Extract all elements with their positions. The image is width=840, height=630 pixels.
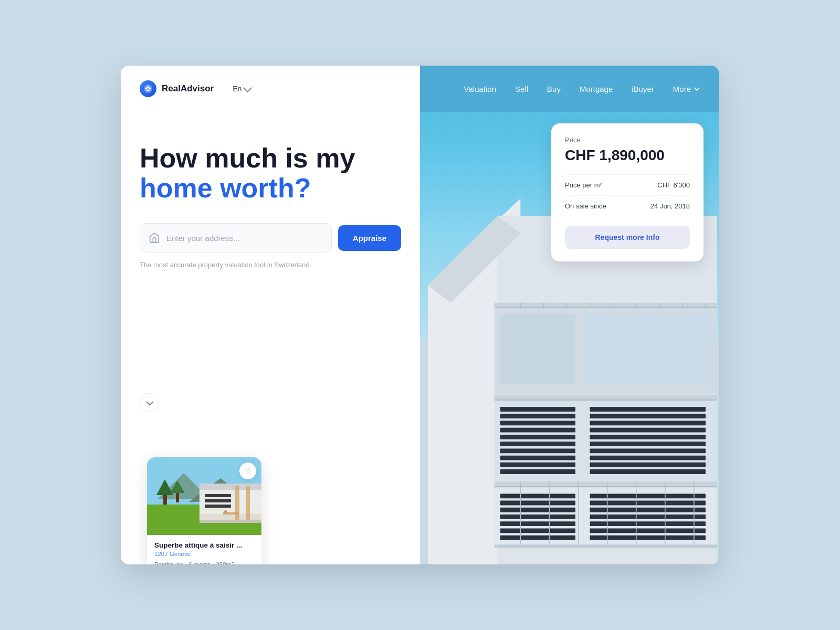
price-card: Price CHF 1,890,000 Price per m² CHF 6'3…: [551, 123, 704, 261]
nav-item-valuation[interactable]: Valuation: [464, 85, 496, 93]
svg-rect-6: [176, 493, 179, 502]
svg-rect-33: [500, 442, 575, 446]
property-card-body: Superbe attique à saisir ... 1207 Genève…: [147, 535, 261, 564]
svg-rect-17: [200, 520, 261, 523]
property-card[interactable]: ♡ Superbe attique à saisir ... 1207 Genè…: [147, 457, 261, 564]
logo-icon: [140, 80, 156, 97]
svg-rect-13: [205, 505, 231, 508]
svg-rect-11: [205, 494, 231, 497]
right-panel: Valuation Sell Buy Mortgage iBuyer More …: [420, 66, 719, 564]
heart-icon: ♡: [245, 467, 251, 475]
lang-chevron-icon: [243, 83, 252, 92]
svg-rect-22: [495, 482, 717, 487]
nav-more-chevron-icon: [694, 85, 700, 91]
svg-rect-35: [500, 456, 575, 460]
nav-item-ibuyer[interactable]: iBuyer: [632, 85, 654, 93]
svg-point-16: [224, 510, 227, 513]
svg-rect-28: [500, 407, 575, 412]
svg-rect-62: [584, 314, 711, 384]
svg-rect-29: [500, 414, 575, 418]
svg-rect-52: [500, 521, 575, 526]
svg-rect-40: [590, 421, 706, 426]
logo-text: RealAdvisor: [162, 83, 214, 94]
svg-rect-10: [200, 484, 261, 490]
nav-item-more[interactable]: More: [673, 85, 698, 93]
on-sale-label: On sale since: [565, 202, 606, 210]
price-row-on-sale: On sale since 24 Jun, 2018: [565, 195, 690, 216]
chevron-down-icon: [146, 398, 153, 406]
lang-selector[interactable]: En: [233, 85, 250, 93]
price-row-per-m2: Price per m² CHF 6'300: [565, 174, 690, 195]
price-per-m2-value: CHF 6'300: [657, 181, 690, 189]
svg-rect-18: [235, 486, 239, 520]
svg-rect-31: [500, 428, 575, 433]
hero-line1: How much is my: [140, 143, 355, 173]
svg-rect-43: [590, 442, 706, 446]
price-label: Price: [565, 136, 690, 144]
svg-rect-24: [495, 395, 717, 400]
svg-rect-46: [590, 463, 706, 467]
nav-item-buy[interactable]: Buy: [547, 85, 561, 93]
svg-rect-85: [495, 544, 717, 548]
search-row: Enter your address... Appraise: [140, 223, 401, 253]
svg-rect-49: [500, 501, 575, 506]
svg-rect-41: [590, 428, 706, 433]
svg-rect-25: [495, 400, 717, 481]
svg-rect-4: [163, 495, 167, 506]
main-container: RealAdvisor En How much is my home worth…: [121, 66, 719, 564]
svg-rect-39: [590, 414, 706, 418]
nav-item-sell[interactable]: Sell: [515, 85, 528, 93]
nav-right: Valuation Sell Buy Mortgage iBuyer More: [420, 66, 719, 112]
svg-rect-36: [500, 463, 575, 467]
svg-rect-50: [500, 508, 575, 512]
nav-more-label: More: [673, 85, 691, 93]
lang-label: En: [233, 85, 242, 93]
svg-rect-51: [500, 514, 575, 519]
svg-rect-14: [200, 514, 261, 520]
svg-rect-44: [590, 448, 706, 453]
tagline: The most accurate property valuation too…: [140, 261, 401, 269]
svg-rect-38: [590, 407, 706, 412]
hero-line2: home worth?: [140, 173, 311, 203]
property-title: Superbe attique à saisir ...: [154, 541, 254, 549]
svg-rect-53: [500, 529, 575, 533]
hero-title: How much is my home worth?: [140, 143, 401, 203]
svg-rect-42: [590, 435, 706, 439]
svg-rect-54: [500, 536, 575, 540]
on-sale-value: 24 Jun, 2018: [650, 202, 690, 210]
svg-rect-63: [500, 314, 575, 384]
svg-rect-19: [246, 486, 250, 520]
svg-rect-26: [495, 303, 717, 308]
svg-rect-12: [205, 499, 231, 502]
header-left: RealAdvisor En: [121, 66, 420, 112]
request-more-info-button[interactable]: Request more Info: [565, 226, 690, 249]
left-panel: RealAdvisor En How much is my home worth…: [121, 66, 420, 564]
logo[interactable]: RealAdvisor: [140, 80, 214, 97]
property-meta: Penthouse • 6 rooms • 250m2: [154, 561, 254, 564]
hero-content: How much is my home worth?: [121, 112, 420, 223]
address-input[interactable]: Enter your address...: [166, 234, 323, 243]
svg-rect-34: [500, 448, 575, 453]
svg-rect-30: [500, 421, 575, 426]
heart-button[interactable]: ♡: [239, 463, 256, 479]
price-value: CHF 1,890,000: [565, 147, 690, 164]
scroll-down-button[interactable]: [140, 393, 159, 412]
svg-rect-32: [500, 435, 575, 439]
svg-point-0: [144, 85, 152, 93]
svg-rect-37: [500, 469, 575, 474]
property-card-image: ♡: [147, 457, 261, 535]
home-icon: [149, 232, 160, 244]
property-location: 1207 Genève: [154, 551, 254, 557]
nav-item-mortgage[interactable]: Mortgage: [580, 85, 613, 93]
search-bar[interactable]: Enter your address...: [140, 223, 332, 253]
appraise-button[interactable]: Appraise: [338, 225, 401, 251]
svg-rect-48: [500, 494, 575, 498]
price-per-m2-label: Price per m²: [565, 181, 602, 189]
svg-rect-47: [590, 469, 706, 474]
svg-rect-45: [590, 456, 706, 460]
